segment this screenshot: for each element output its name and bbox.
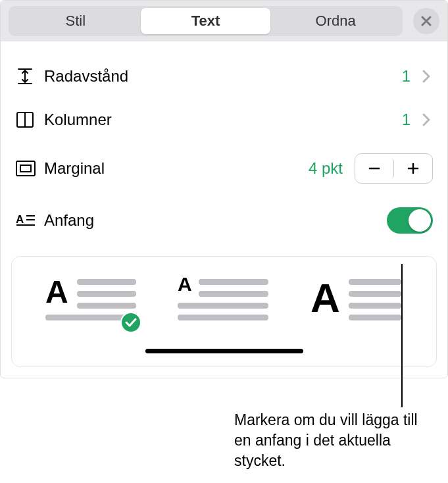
svg-text:A: A (311, 275, 340, 320)
callout-text: Markera om du vill lägga till en anfang … (234, 410, 425, 471)
svg-rect-2 (16, 161, 35, 176)
margin-icon (15, 160, 36, 177)
drop-cap-label: Anfang (44, 211, 387, 230)
plus-icon (407, 162, 420, 175)
svg-text:A: A (16, 213, 24, 226)
columns-icon (15, 110, 35, 130)
settings-list: Radavstånd 1 Kolumner 1 (1, 41, 447, 245)
drop-cap-style-2-icon: A (178, 274, 270, 326)
tabs-bar: Stil Text Ordna (1, 1, 447, 41)
drop-cap-styles-card: A A (11, 256, 437, 367)
drop-cap-options: A A (25, 274, 423, 329)
margin-value: 4 pkt (309, 159, 343, 178)
svg-rect-13 (77, 291, 136, 297)
format-panel: Stil Text Ordna Radavstånd 1 (0, 0, 448, 378)
svg-rect-24 (349, 291, 401, 297)
svg-rect-26 (349, 315, 401, 320)
svg-rect-18 (199, 279, 268, 285)
minus-icon (368, 162, 381, 175)
drop-cap-style-1[interactable]: A (45, 274, 137, 329)
callout-leader-line (401, 264, 403, 407)
svg-rect-14 (77, 303, 136, 309)
segmented-control: Stil Text Ordna (9, 6, 403, 36)
tab-text[interactable]: Text (141, 8, 271, 34)
svg-rect-21 (178, 315, 268, 320)
chevron-right-icon (420, 113, 433, 126)
svg-text:A: A (178, 274, 192, 295)
columns-label: Kolumner (44, 111, 402, 129)
svg-rect-25 (349, 303, 401, 309)
svg-text:A: A (45, 274, 68, 309)
line-spacing-icon (15, 66, 35, 86)
drop-cap-icon: A (15, 212, 36, 229)
row-columns[interactable]: Kolumner 1 (15, 98, 433, 141)
margin-stepper (355, 153, 433, 184)
columns-value: 1 (402, 111, 411, 129)
tab-style[interactable]: Stil (11, 8, 141, 34)
row-margin: Marginal 4 pkt (15, 141, 433, 195)
row-drop-cap: A Anfang (15, 195, 433, 245)
svg-rect-12 (77, 279, 136, 285)
line-spacing-value: 1 (402, 67, 411, 86)
svg-rect-20 (178, 303, 268, 309)
svg-rect-23 (349, 279, 401, 285)
svg-point-16 (121, 313, 141, 332)
margin-decrease-button[interactable] (355, 154, 393, 183)
line-spacing-label: Radavstånd (44, 67, 402, 86)
close-button[interactable] (413, 8, 439, 34)
close-icon (420, 15, 432, 27)
tab-arrange[interactable]: Ordna (270, 8, 401, 34)
margin-label: Marginal (44, 159, 309, 178)
drop-cap-style-3-icon: A (311, 274, 403, 326)
toggle-knob (409, 209, 431, 232)
row-line-spacing[interactable]: Radavstånd 1 (15, 55, 433, 98)
svg-rect-3 (20, 165, 31, 172)
chevron-right-icon (420, 70, 433, 83)
margin-increase-button[interactable] (394, 154, 432, 183)
drop-cap-style-3[interactable]: A (311, 274, 403, 329)
checkmark-badge-icon (120, 312, 141, 333)
drop-cap-toggle[interactable] (387, 207, 433, 234)
svg-rect-19 (199, 291, 268, 297)
drag-handle[interactable] (145, 349, 303, 353)
drop-cap-style-2[interactable]: A (178, 274, 270, 329)
